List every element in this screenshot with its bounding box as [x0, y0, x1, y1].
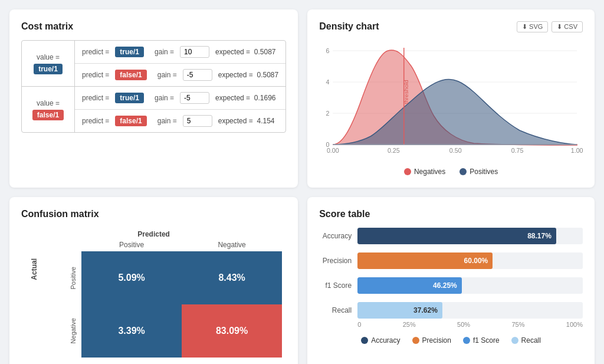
score-legend-f1-dot	[463, 337, 470, 344]
score-axis: 0 25% 50% 75% 100%	[319, 321, 583, 328]
cost-value-true: value = true/1	[22, 41, 75, 86]
predict-badge-false-true: true/1	[115, 93, 144, 103]
score-bar-precision-fill: 60.00%	[357, 252, 493, 269]
score-bar-f1-fill: 46.25%	[357, 277, 462, 294]
score-row-f1: f1 Score 46.25%	[319, 277, 583, 294]
cost-matrix-card: Cost matrix value = true/1 predict = tru…	[9, 9, 298, 188]
score-legend-accuracy: Accuracy	[361, 336, 400, 345]
legend-positives-dot	[459, 168, 467, 175]
gain-input-false-false[interactable]	[183, 115, 212, 127]
score-row-precision: Precision 60.00%	[319, 252, 583, 269]
svg-text:2: 2	[326, 110, 330, 117]
svg-text:0.75: 0.75	[511, 147, 524, 154]
svg-text:4: 4	[326, 78, 330, 86]
predict-badge-true-true: true/1	[115, 47, 144, 57]
predicted-label: Predicted	[137, 230, 170, 238]
score-row-recall: Recall 37.62%	[319, 302, 583, 319]
score-bar-recall-track: 37.62%	[357, 302, 583, 319]
legend-positives-label: Positives	[470, 168, 498, 176]
svg-text:threshold: threshold	[403, 80, 409, 104]
svg-text:0.25: 0.25	[388, 147, 400, 154]
score-legend-accuracy-label: Accuracy	[371, 336, 400, 345]
score-label-recall: Recall	[319, 306, 352, 314]
confusion-matrix-title: Confusion matrix	[21, 209, 286, 219]
cost-row-true-false: predict = false/1 gain = expected = 0.50…	[75, 64, 285, 86]
row-label-positive: Positive	[70, 267, 77, 290]
cell-tn: 83.09%	[182, 304, 282, 358]
score-legend-f1-label: f1 Score	[473, 336, 500, 345]
score-legend-precision-label: Precision	[422, 336, 451, 345]
value-badge-true: true/1	[34, 64, 63, 74]
cell-tp: 5.09%	[81, 251, 182, 304]
gain-input-false-true[interactable]	[180, 92, 209, 104]
col-header-positive: Positive	[81, 241, 182, 251]
score-row-accuracy: Accuracy 88.17%	[319, 228, 583, 244]
cost-row-false-true: predict = true/1 gain = expected = 0.169…	[75, 87, 285, 110]
cell-fn: 8.43%	[182, 251, 282, 304]
score-legend-precision-dot	[412, 337, 419, 344]
score-legend-recall-dot	[511, 337, 518, 344]
score-legend-accuracy-dot	[361, 337, 368, 344]
score-legend-recall-label: Recall	[521, 336, 541, 345]
confusion-wrapper: Predicted Actual Positive Negative	[21, 228, 286, 358]
score-legend-recall: Recall	[511, 336, 541, 345]
export-svg-button[interactable]: ⬇ SVG	[517, 21, 548, 32]
score-bar-accuracy-fill: 88.17%	[357, 228, 556, 244]
cost-rows-false: predict = true/1 gain = expected = 0.169…	[75, 87, 285, 132]
score-table-title: Score table	[319, 209, 583, 219]
col-header-negative: Negative	[182, 241, 282, 251]
gain-input-true-true[interactable]	[180, 46, 209, 58]
svg-text:6: 6	[326, 47, 330, 54]
score-label-f1: f1 Score	[319, 281, 352, 290]
cost-rows-true: predict = true/1 gain = expected = 0.508…	[75, 41, 285, 86]
cell-fp: 3.39%	[81, 304, 182, 358]
actual-label: Actual	[30, 258, 38, 280]
legend-negatives-dot	[404, 168, 411, 175]
svg-text:0.00: 0.00	[327, 147, 339, 154]
score-bar-f1-track: 46.25%	[357, 277, 583, 294]
cost-row-true-true: predict = true/1 gain = expected = 0.508…	[75, 41, 285, 64]
density-chart-card: Density chart ⬇ SVG ⬇ CSV 6 4 2 0	[307, 9, 595, 188]
svg-text:1.00: 1.00	[571, 147, 583, 154]
density-svg: 6 4 2 0 threshold 0	[319, 45, 583, 163]
score-label-precision: Precision	[319, 257, 352, 265]
value-badge-false: false/1	[32, 110, 64, 120]
main-grid: Cost matrix value = true/1 predict = tru…	[9, 9, 595, 364]
row-label-negative: Negative	[70, 318, 77, 343]
cost-matrix-title: Cost matrix	[21, 21, 286, 32]
legend-negatives-label: Negatives	[414, 168, 445, 176]
score-bar-recall-fill: 37.62%	[357, 302, 442, 319]
score-legend-precision: Precision	[412, 336, 451, 345]
score-label-accuracy: Accuracy	[319, 232, 352, 240]
cost-matrix-table: value = true/1 predict = true/1 gain = e…	[21, 40, 286, 133]
score-bar-accuracy-track: 88.17%	[357, 228, 583, 244]
score-legend-f1: f1 Score	[463, 336, 500, 345]
density-legend: Negatives Positives	[319, 168, 583, 176]
density-header: Density chart ⬇ SVG ⬇ CSV	[319, 21, 583, 40]
score-legend: Accuracy Precision f1 Score Recall	[319, 336, 583, 345]
legend-positives: Positives	[459, 168, 498, 176]
density-chart-area: 6 4 2 0 threshold 0	[319, 45, 583, 163]
legend-negatives: Negatives	[404, 168, 445, 176]
score-bar-precision-track: 60.00%	[357, 252, 583, 269]
export-buttons: ⬇ SVG ⬇ CSV	[517, 21, 583, 32]
svg-text:0.50: 0.50	[449, 147, 462, 154]
gain-input-true-false[interactable]	[183, 69, 212, 81]
confusion-matrix-card: Confusion matrix Predicted Actual Positi…	[9, 197, 298, 364]
export-csv-button[interactable]: ⬇ CSV	[552, 21, 583, 32]
cost-value-false: value = false/1	[22, 87, 75, 132]
predict-badge-true-false: false/1	[115, 70, 146, 80]
score-table-card: Score table Accuracy 88.17% Precision 60…	[307, 197, 595, 364]
cost-row-false-false: predict = false/1 gain = expected = 4.15…	[75, 110, 285, 132]
predict-badge-false-false: false/1	[115, 116, 146, 126]
density-chart-title: Density chart	[319, 21, 379, 32]
score-bars: Accuracy 88.17% Precision 60.00% f1 Scor…	[319, 228, 583, 319]
